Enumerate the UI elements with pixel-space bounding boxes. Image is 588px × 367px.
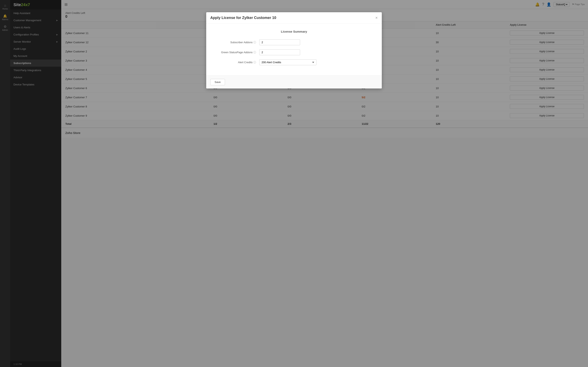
apply-license-modal: Apply License for Zylker Customer 10 × L… [206, 12, 382, 89]
modal-footer: Save [206, 75, 382, 89]
alert-credits-label: Alert Credits ⓘ [214, 60, 259, 64]
modal-close-button[interactable]: × [375, 16, 378, 20]
green-statuspage-addons-input[interactable] [259, 49, 300, 55]
subscriber-addons-row: Subscriber Addons ⓘ [214, 39, 374, 45]
modal-header: Apply License for Zylker Customer 10 × [206, 12, 382, 24]
subscriber-addons-input[interactable] [259, 39, 300, 45]
alert-credits-row: Alert Credits ⓘ 200 Alert Credits 100 Al… [214, 59, 374, 65]
modal-body: License Summary Subscriber Addons ⓘ Gree… [206, 24, 382, 75]
alert-credits-select[interactable]: 200 Alert Credits 100 Alert Credits 500 … [259, 59, 316, 65]
modal-section-title: License Summary [214, 30, 374, 33]
green-statuspage-addons-info-icon[interactable]: ⓘ [253, 50, 256, 54]
alert-credits-info-icon[interactable]: ⓘ [253, 60, 256, 64]
subscriber-addons-label: Subscriber Addons ⓘ [214, 41, 259, 44]
green-statuspage-addons-label: Green StatusPage Addons ⓘ [214, 50, 259, 54]
modal-overlay[interactable]: Apply License for Zylker Customer 10 × L… [0, 0, 588, 367]
save-button[interactable]: Save [210, 79, 225, 85]
modal-title: Apply License for Zylker Customer 10 [210, 16, 276, 20]
green-statuspage-addons-row: Green StatusPage Addons ⓘ [214, 49, 374, 55]
subscriber-addons-info-icon[interactable]: ⓘ [253, 41, 256, 44]
